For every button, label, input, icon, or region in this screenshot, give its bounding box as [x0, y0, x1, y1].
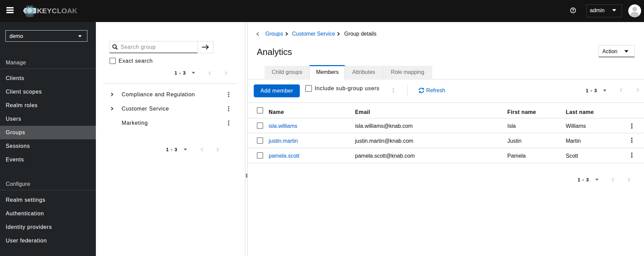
svg-text:?: ?: [572, 8, 574, 13]
svg-text:KEYCLOAK: KEYCLOAK: [37, 7, 77, 15]
